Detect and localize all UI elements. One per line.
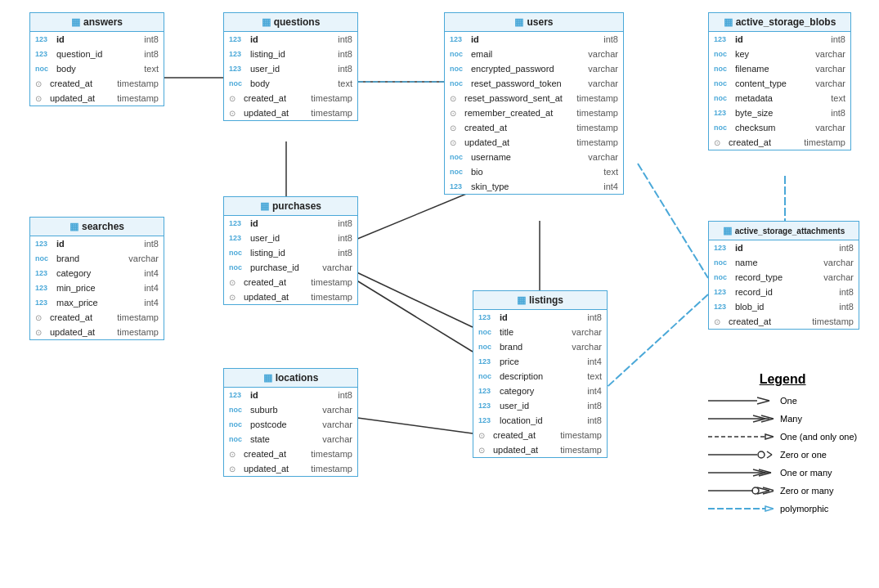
table-name-active-storage-attachments: active_storage_attachments [735,227,845,236]
svg-line-10 [601,294,708,393]
svg-line-24 [767,451,772,455]
table-row: ⊙ updated_at timestamp [473,442,607,457]
table-row: 123 user_id int8 [473,398,607,413]
table-row: 123 id int8 [473,310,607,325]
table-row: ⊙ updated_at timestamp [224,461,357,476]
table-answers: ▦ answers 123 id int8 123 question_id in… [29,12,164,106]
table-row: 123 byte_size int8 [709,105,850,120]
legend-line-polymorphic-icon [708,503,774,514]
table-row: noc email varchar [445,47,623,61]
table-row: noc metadata text [709,91,850,105]
table-row: noc name varchar [709,255,859,270]
table-row: ⊙ created_at timestamp [224,91,357,105]
table-row: 123 location_id int8 [473,413,607,428]
table-row: 123 max_price int4 [30,295,164,310]
table-row: ⊙ remember_created_at timestamp [445,105,623,120]
table-row: noc listing_id int8 [224,245,357,260]
legend-label-one-many: One or many [780,468,832,478]
table-header-purchases: ▦ purchases [224,197,357,216]
table-name-listings: listings [529,294,563,306]
table-row: 123 price int4 [473,354,607,369]
table-header-searches: ▦ searches [30,218,164,236]
table-row: noc reset_password_token varchar [445,76,623,91]
table-row: 123 category int4 [473,384,607,398]
table-icon-answers: ▦ [71,16,80,28]
table-header-users: ▦ users [445,13,623,32]
table-row: ⊙ created_at timestamp [445,120,623,135]
table-row: 123 question_id int8 [30,47,164,61]
table-header-listings: ▦ listings [473,291,607,310]
table-row: 123 id int8 [224,32,357,47]
legend-item-one-many: One or many [708,467,857,478]
table-row: noc brand varchar [30,251,164,266]
svg-point-32 [752,487,759,494]
table-row: noc checksum varchar [709,120,850,135]
table-name-purchases: purchases [272,200,321,212]
legend-line-one-only-icon [708,431,774,442]
table-row: noc filename varchar [709,61,850,76]
table-row: 123 id int8 [224,216,357,231]
legend-line-many-icon [708,413,774,424]
table-header-active-storage-attachments: ▦ active_storage_attachments [709,222,859,240]
table-questions: ▦ questions 123 id int8 123 listing_id i… [223,12,358,121]
table-row: noc postcode varchar [224,417,357,432]
table-row: noc key varchar [709,47,850,61]
table-row: 123 skin_type int4 [445,179,623,194]
legend-item-many: Many [708,413,857,424]
table-row: noc purchase_id varchar [224,260,357,275]
table-name-searches: searches [82,221,124,232]
svg-point-23 [758,451,765,458]
table-row: 123 id int8 [709,240,859,255]
table-row: 123 id int8 [30,32,164,47]
svg-line-11 [638,164,708,278]
legend-line-zero-one-icon [708,449,774,460]
table-row: 123 user_id int8 [224,61,357,76]
legend-item-zero-one: Zero or one [708,449,857,460]
table-row: ⊙ created_at timestamp [30,76,164,91]
legend-item-zero-many: Zero or many [708,485,857,496]
legend-label-one: One [780,396,797,406]
svg-line-25 [767,455,772,458]
table-active-storage-blobs: ▦ active_storage_blobs 123 id int8 noc k… [708,12,851,150]
legend-label-zero-one: Zero or one [780,450,827,460]
table-row: 123 record_id int8 [709,285,859,299]
table-row: ⊙ updated_at timestamp [445,135,623,150]
table-name-answers: answers [83,16,123,28]
table-row: ⊙ updated_at timestamp [224,105,357,120]
table-header-answers: ▦ answers [30,13,164,32]
legend-label-polymorphic: polymorphic [780,504,828,514]
table-row: 123 listing_id int8 [224,47,357,61]
svg-marker-21 [765,434,774,439]
table-row: ⊙ created_at timestamp [224,447,357,461]
table-row: ⊙ reset_password_sent_at timestamp [445,91,623,105]
table-active-storage-attachments: ▦ active_storage_attachments 123 id int8… [708,221,859,330]
table-row: ⊙ created_at timestamp [709,135,850,150]
table-header-active-storage-blobs: ▦ active_storage_blobs [709,13,850,32]
table-row: ⊙ created_at timestamp [709,314,859,329]
table-name-users: users [527,16,553,28]
table-row: noc username varchar [445,150,623,164]
legend-label-many: Many [780,414,802,424]
legend: Legend One Many On [708,372,857,521]
table-row: ⊙ created_at timestamp [473,428,607,442]
legend-item-polymorphic: polymorphic [708,503,857,514]
svg-line-8 [352,417,473,433]
table-header-questions: ▦ questions [224,13,357,32]
table-row: ⊙ created_at timestamp [224,275,357,290]
table-row: 123 id int8 [709,32,850,47]
table-row: 123 category int4 [30,266,164,281]
table-row: ⊙ created_at timestamp [30,310,164,325]
legend-line-zero-many-icon [708,485,774,496]
table-purchases: ▦ purchases 123 id int8 123 user_id int8… [223,196,358,305]
svg-line-7 [352,270,473,327]
table-listings: ▦ listings 123 id int8 noc title varchar… [473,290,608,458]
table-row: 123 min_price int4 [30,281,164,295]
table-row: noc content_type varchar [709,76,850,91]
legend-label-one-only: One (and only one) [780,432,857,442]
legend-item-one-only: One (and only one) [708,431,857,442]
table-header-locations: ▦ locations [224,369,357,388]
table-row: noc encrypted_password varchar [445,61,623,76]
table-searches: ▦ searches 123 id int8 noc brand varchar… [29,217,164,340]
table-row: 123 blob_id int8 [709,299,859,314]
svg-line-13 [757,397,769,401]
